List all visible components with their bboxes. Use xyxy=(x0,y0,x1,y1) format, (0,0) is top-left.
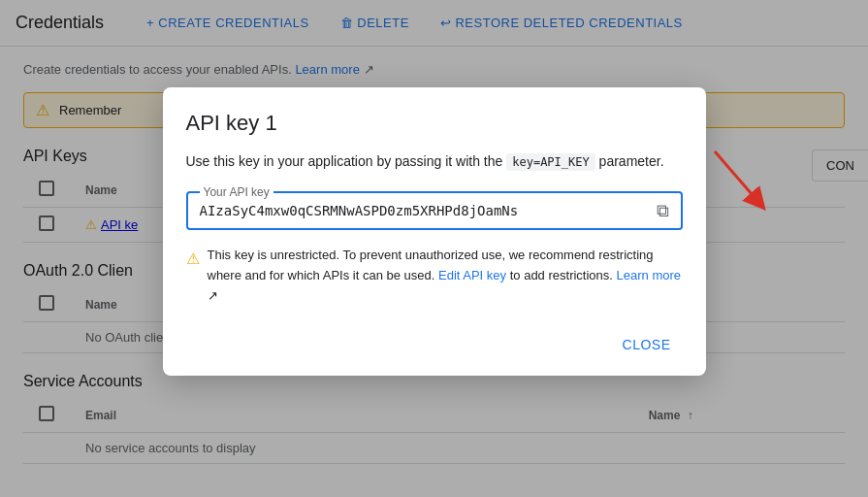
dialog-desc-text: Use this key in your application by pass… xyxy=(186,153,503,169)
dialog-warning: ⚠ This key is unrestricted. To prevent u… xyxy=(186,246,683,306)
dialog-warning-suffix: to add restrictions. xyxy=(510,268,613,282)
dialog-warning-content: This key is unrestricted. To prevent una… xyxy=(208,246,683,306)
api-key-field-label: Your API key xyxy=(200,185,273,199)
edit-api-key-link[interactable]: Edit API key xyxy=(438,268,506,282)
code-snippet: key=API_KEY xyxy=(506,153,595,171)
dialog-learn-more-link[interactable]: Learn more xyxy=(617,268,681,282)
api-key-dialog: API key 1 Use this key in your applicati… xyxy=(163,87,706,376)
api-key-field-wrapper: Your API key AIzaSyC4mxw0qCSRMNwASPD0zm5… xyxy=(186,191,683,230)
close-dialog-button[interactable]: CLOSE xyxy=(611,329,683,360)
dialog-actions: CLOSE xyxy=(186,321,683,360)
dialog-title: API key 1 xyxy=(186,111,683,136)
api-key-value: AIzaSyC4mxw0qCSRMNwASPD0zm5XRHPd8jOamNs xyxy=(200,203,519,218)
dialog-description: Use this key in your application by pass… xyxy=(186,151,683,172)
external-link-icon-dialog: ↗ xyxy=(208,288,218,303)
dialog-warning-icon: ⚠ xyxy=(186,247,200,306)
dialog-desc-suffix: parameter. xyxy=(599,153,664,169)
copy-api-key-button[interactable]: ⧉ xyxy=(653,197,673,225)
